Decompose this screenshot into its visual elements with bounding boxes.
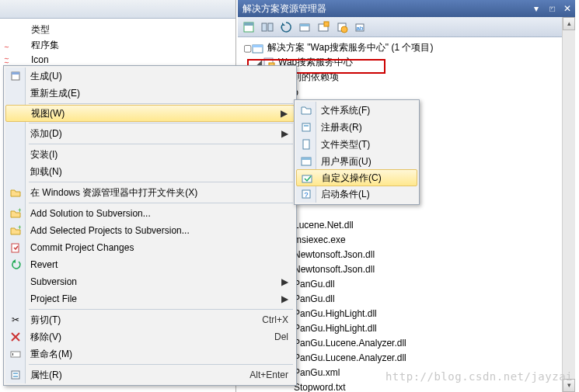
chevron-right-icon: ▶ <box>281 276 288 287</box>
menu-commit[interactable]: Commit Project Changes <box>5 239 295 256</box>
submenu-ui[interactable]: 用户界面(U) <box>296 153 417 170</box>
commit-icon <box>9 241 22 254</box>
svg-rect-28 <box>303 140 309 149</box>
expander-icon[interactable]: ▢ <box>242 43 252 54</box>
toolbar-icon-5[interactable] <box>316 19 331 35</box>
svg-rect-26 <box>302 123 310 131</box>
scroll-up-icon[interactable]: ▴ <box>563 17 575 30</box>
svg-rect-2 <box>262 23 267 31</box>
list-item[interactable]: PanGu.Lucene.Analyzer.dll <box>294 335 558 350</box>
svg-rect-25 <box>13 376 18 377</box>
list-item[interactable]: PanGu.dll <box>294 291 558 306</box>
shortcut: Del <box>274 331 288 342</box>
list-item[interactable]: PanGu.HighLight.dll <box>294 321 558 335</box>
menu-revert[interactable]: Revert <box>5 256 295 273</box>
delete-icon <box>9 331 22 343</box>
svg-rect-22 <box>12 353 13 356</box>
scrollbar[interactable]: ▴ ▾ <box>562 17 575 392</box>
close-icon[interactable]: ✕ <box>560 3 575 14</box>
toolbar-properties-icon[interactable] <box>241 19 256 35</box>
toolbar-icon-6[interactable] <box>334 19 350 35</box>
solution-icon <box>252 42 264 54</box>
panel-title: 解决方案资源管理器 <box>242 2 326 16</box>
shortcut: Ctrl+X <box>262 314 288 325</box>
svg-text:ab: ab <box>357 25 364 32</box>
menu-install[interactable]: 安装(I) <box>5 146 295 163</box>
list-item[interactable]: msiexec.exe <box>294 232 558 247</box>
submenu-launch-conditions[interactable]: ? 启动条件(L) <box>296 186 417 203</box>
toolbar-icon-7[interactable]: ab <box>353 19 368 35</box>
svg-text:+: + <box>18 208 21 214</box>
list-item[interactable]: PanGu.Lucene.Analyzer.dll <box>294 350 558 365</box>
revert-icon <box>9 258 22 271</box>
submenu-custom-actions[interactable]: 自定义操作(C) <box>296 169 417 186</box>
build-icon <box>9 70 22 82</box>
folder-add-icon: + <box>9 224 22 237</box>
svg-rect-7 <box>324 22 329 26</box>
svg-rect-13 <box>253 45 263 47</box>
context-menu: 生成(U) 重新生成(E) 视图(W) ▶ 添加(D) ▶ 安装(I) 卸载(N… <box>3 65 297 386</box>
scissors-icon: ✂ <box>9 314 22 326</box>
menu-add-selected-svn[interactable]: + Add Selected Projects to Subversion... <box>5 222 295 239</box>
menu-add[interactable]: 添加(D) ▶ <box>5 125 295 142</box>
svg-rect-5 <box>300 24 309 26</box>
chevron-right-icon: ▶ <box>281 293 288 304</box>
list-item[interactable]: PanGu.HighLight.dll <box>294 306 558 321</box>
svg-text:+: + <box>18 225 21 231</box>
svg-text:?: ? <box>304 191 308 199</box>
svg-rect-17 <box>12 72 19 75</box>
launch-icon: ? <box>300 188 312 200</box>
toolbar-refresh-icon[interactable] <box>278 19 294 35</box>
folder-icon <box>9 186 22 199</box>
menu-properties[interactable]: 属性(R) Alt+Enter <box>5 366 295 383</box>
watermark: http://blog.csdn.net/jayzai <box>385 370 573 383</box>
view-submenu: 文件系统(F) 注册表(R) 文件类型(T) 用户界面(U) 自定义操作(C) … <box>294 99 420 205</box>
ui-icon <box>300 155 312 168</box>
menu-project-file[interactable]: Project File ▶ <box>5 290 295 307</box>
filesystem-icon <box>300 104 312 116</box>
submenu-filesystem[interactable]: 文件系统(F) <box>296 102 417 119</box>
menu-subversion[interactable]: Subversion ▶ <box>5 273 295 290</box>
menu-add-solution-svn[interactable]: + Add Solution to Subversion... <box>5 205 295 222</box>
list-item[interactable]: Newtonsoft.Json.dll <box>294 262 558 276</box>
toolbar-icon-4[interactable] <box>297 19 312 35</box>
rename-icon <box>9 348 22 360</box>
chevron-right-icon: ▶ <box>281 108 288 119</box>
left-header-bar <box>0 0 235 19</box>
chevron-right-icon: ▶ <box>281 128 288 139</box>
menu-rename[interactable]: 重命名(M) <box>5 345 295 363</box>
custom-actions-icon <box>301 172 313 185</box>
menu-remove[interactable]: 移除(V) Del <box>5 328 295 345</box>
submenu-registry[interactable]: 注册表(R) <box>296 119 417 136</box>
svg-rect-23 <box>12 371 19 379</box>
menu-uninstall[interactable]: 卸载(N) <box>5 163 295 180</box>
folder-add-icon: + <box>9 207 22 220</box>
menu-rebuild[interactable]: 重新生成(E) <box>5 85 295 102</box>
pin-icon[interactable]: ⏍ <box>544 3 560 14</box>
menu-build[interactable]: 生成(U) <box>5 68 295 85</box>
file-list-overflow: Lucene.Net.dll msiexec.exe Newtonsoft.Js… <box>294 217 558 392</box>
svg-rect-1 <box>244 23 253 26</box>
menu-view[interactable]: 视图(W) ▶ <box>5 105 295 122</box>
svg-point-9 <box>341 26 347 33</box>
solution-node[interactable]: ▢ 解决方案 "Wap搜索服务中心" (1 个项目) <box>242 40 575 55</box>
submenu-filetypes[interactable]: 文件类型(T) <box>296 136 417 153</box>
panel-titlebar: 解决方案资源管理器 ▾ ⏍ ✕ <box>238 0 575 17</box>
svg-rect-24 <box>13 373 18 374</box>
row-icon: Icon <box>31 54 49 65</box>
svg-rect-30 <box>302 158 311 160</box>
menu-open-folder[interactable]: 在 Windows 资源管理器中打开文件夹(X) <box>5 184 295 201</box>
menu-cut[interactable]: ✂ 剪切(T) Ctrl+X <box>5 311 295 328</box>
list-item[interactable]: Newtonsoft.Json.dll <box>294 247 558 262</box>
list-item[interactable]: PanGu.dll <box>294 276 558 291</box>
dropdown-icon[interactable]: ▾ <box>528 3 544 14</box>
error-marker <box>3 56 12 62</box>
properties-icon <box>9 369 22 381</box>
row-assembly: 程序集 <box>31 39 59 52</box>
error-marker <box>3 40 12 47</box>
svg-rect-21 <box>11 352 20 357</box>
registry-icon <box>300 121 312 134</box>
shortcut: Alt+Enter <box>249 369 288 380</box>
list-item[interactable]: Lucene.Net.dll <box>294 217 558 232</box>
toolbar-showall-icon[interactable] <box>260 19 275 35</box>
